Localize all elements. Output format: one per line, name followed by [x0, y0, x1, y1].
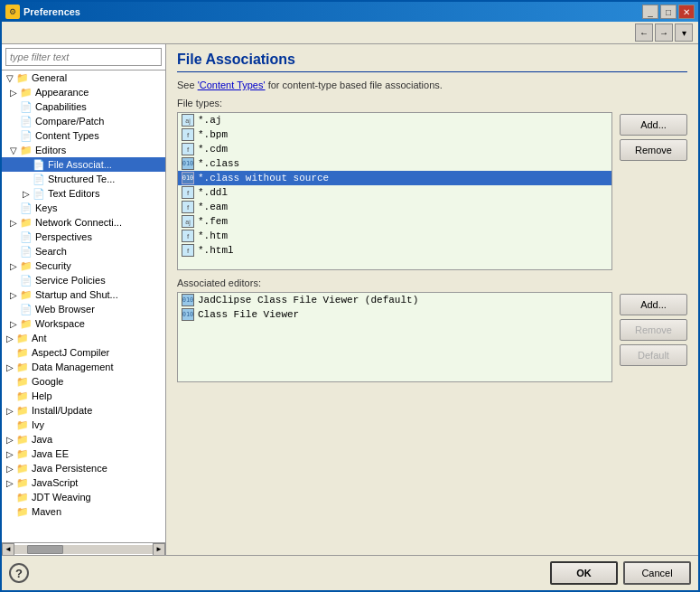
tree-label-content-types: Content Types	[35, 130, 99, 141]
tree-item-web-browser[interactable]: 📄Web Browser	[2, 302, 165, 316]
tree-item-java-persist[interactable]: ▷📁Java Persistence	[2, 461, 165, 475]
description: See 'Content Types' for content-type bas…	[177, 80, 687, 90]
tree-item-install-update[interactable]: ▷📁Install/Update	[2, 403, 165, 418]
tree-folder-icon-help: 📁	[16, 390, 29, 402]
file-types-list[interactable]: aj*.ajf*.bpmf*.cdm010*.class010*.class w…	[177, 112, 612, 270]
editor-label-jadclipse: JadClipse Class File Viewer (default)	[198, 295, 418, 305]
tree-expand-install-update[interactable]: ▷	[4, 404, 16, 417]
tree-item-java-ee[interactable]: ▷📁Java EE	[2, 446, 165, 461]
tree-item-ant[interactable]: ▷📁Ant	[2, 331, 165, 345]
content-types-link[interactable]: 'Content Types'	[198, 80, 266, 90]
back-button[interactable]: ←	[635, 23, 653, 42]
tree-expand-workspace[interactable]: ▷	[7, 317, 20, 330]
default-editor-button[interactable]: Default	[620, 344, 687, 366]
tree-item-help[interactable]: 📁Help	[2, 389, 165, 403]
remove-editor-button[interactable]: Remove	[620, 319, 687, 341]
help-button[interactable]: ?	[9, 563, 29, 583]
minimize-button[interactable]: _	[642, 5, 658, 19]
tree-item-javascript[interactable]: ▷📁JavaScript	[2, 475, 165, 490]
maximize-button[interactable]: □	[660, 5, 677, 19]
tree-expand-data-mgmt[interactable]: ▷	[4, 361, 16, 373]
file-type-label-bpm: *.bpm	[198, 129, 228, 140]
tree-folder-icon-java-ee: 📁	[16, 448, 29, 460]
tree-expand-startup[interactable]: ▷	[7, 288, 20, 301]
horizontal-scrollbar-thumb[interactable]	[27, 545, 63, 554]
editor-item-classviewer[interactable]: 010Class File Viewer	[178, 307, 611, 322]
file-type-item-fem[interactable]: aj*.fem	[178, 214, 611, 229]
tree-expand-ant[interactable]: ▷	[4, 332, 16, 344]
tree-expand-editors[interactable]: ▽	[7, 144, 20, 156]
tree-expand-javascript[interactable]: ▷	[4, 476, 16, 489]
tree-item-editors[interactable]: ▽📁Editors	[2, 143, 165, 157]
tree-expand-general[interactable]: ▽	[4, 71, 16, 84]
tree-area[interactable]: ▽📁General▷📁Appearance📄Capabilities📄Compa…	[2, 70, 165, 542]
tree-label-security: Security	[35, 260, 71, 271]
filter-input[interactable]	[5, 48, 162, 66]
tree-item-capabilities[interactable]: 📄Capabilities	[2, 99, 165, 114]
tree-item-security[interactable]: ▷📁Security	[2, 258, 165, 273]
tree-item-data-mgmt[interactable]: ▷📁Data Management	[2, 360, 165, 374]
tree-folder-icon-perspectives: 📄	[20, 231, 33, 243]
tree-item-keys[interactable]: 📄Keys	[2, 201, 165, 215]
file-type-item-class[interactable]: 010*.class	[178, 156, 611, 171]
file-type-item-aj[interactable]: aj*.aj	[178, 113, 611, 127]
file-type-item-ddl[interactable]: f*.ddl	[178, 185, 611, 200]
menu-button[interactable]: ▾	[675, 23, 693, 42]
tree-item-workspace[interactable]: ▷📁Workspace	[2, 316, 165, 331]
tree-expand-ivy	[4, 418, 16, 431]
tree-expand-java[interactable]: ▷	[4, 433, 16, 446]
tree-item-jdt-weaving[interactable]: 📁JDT Weaving	[2, 490, 165, 504]
ok-button[interactable]: OK	[550, 561, 618, 585]
close-button[interactable]: ✕	[678, 5, 695, 19]
tree-item-aspectj[interactable]: 📁AspectJ Compiler	[2, 345, 165, 360]
tree-expand-appearance[interactable]: ▷	[7, 86, 20, 99]
assoc-editors-buttons: Add... Remove Default	[620, 292, 687, 382]
file-type-item-eam[interactable]: f*.eam	[178, 200, 611, 214]
file-type-icon-eam: f	[182, 201, 194, 213]
tree-item-ivy[interactable]: 📁Ivy	[2, 418, 165, 432]
tree-item-java[interactable]: ▷📁Java	[2, 432, 165, 446]
tree-item-file-assoc[interactable]: 📄File Associat...	[2, 157, 165, 172]
tree-item-general[interactable]: ▽📁General	[2, 70, 165, 85]
tree-folder-icon-search: 📄	[20, 246, 33, 258]
tree-item-structured-te[interactable]: 📄Structured Te...	[2, 172, 165, 186]
file-type-item-class-no-src[interactable]: 010*.class without source	[178, 171, 611, 185]
tree-expand-compare-patch	[7, 115, 20, 127]
tree-expand-google	[4, 375, 16, 388]
tree-folder-icon-ant: 📁	[16, 333, 29, 344]
cancel-button[interactable]: Cancel	[623, 561, 691, 585]
tree-item-service-policies[interactable]: 📄Service Policies	[2, 273, 165, 287]
tree-item-compare-patch[interactable]: 📄Compare/Patch	[2, 114, 165, 128]
tree-expand-security[interactable]: ▷	[7, 259, 20, 272]
tree-item-perspectives[interactable]: 📄Perspectives	[2, 230, 165, 244]
file-type-icon-ddl: f	[182, 186, 194, 199]
file-types-label: File types:	[177, 98, 687, 108]
tree-item-content-types[interactable]: 📄Content Types	[2, 128, 165, 143]
file-type-label-class: *.class	[198, 158, 239, 169]
file-type-item-htm[interactable]: f*.htm	[178, 229, 611, 243]
left-panel-scrollbar: ◄ ►	[2, 542, 165, 555]
file-type-item-cdm[interactable]: f*.cdm	[178, 142, 611, 156]
tree-item-startup[interactable]: ▷📁Startup and Shut...	[2, 287, 165, 302]
scroll-right-arrow[interactable]: ►	[153, 543, 165, 556]
scroll-left-arrow[interactable]: ◄	[2, 543, 14, 556]
tree-item-appearance[interactable]: ▷📁Appearance	[2, 85, 165, 99]
remove-file-type-button[interactable]: Remove	[620, 139, 687, 161]
tree-item-search[interactable]: 📄Search	[2, 244, 165, 258]
tree-expand-java-ee[interactable]: ▷	[4, 447, 16, 460]
forward-button[interactable]: →	[655, 23, 673, 42]
tree-label-text-editors: Text Editors	[48, 188, 99, 199]
tree-expand-java-persist[interactable]: ▷	[4, 462, 16, 475]
tree-item-network[interactable]: ▷📁Network Connecti...	[2, 215, 165, 230]
tree-item-text-editors[interactable]: ▷📄Text Editors	[2, 186, 165, 201]
tree-expand-text-editors[interactable]: ▷	[20, 187, 33, 200]
add-file-type-button[interactable]: Add...	[620, 114, 687, 136]
tree-expand-network[interactable]: ▷	[7, 216, 20, 229]
editor-item-jadclipse[interactable]: 010JadClipse Class File Viewer (default)	[178, 293, 611, 307]
tree-item-google[interactable]: 📁Google	[2, 374, 165, 389]
file-type-item-html[interactable]: f*.html	[178, 243, 611, 258]
add-editor-button[interactable]: Add...	[620, 294, 687, 315]
file-type-item-bpm[interactable]: f*.bpm	[178, 127, 611, 142]
assoc-editors-list[interactable]: 010JadClipse Class File Viewer (default)…	[177, 292, 612, 382]
tree-item-maven[interactable]: 📁Maven	[2, 504, 165, 519]
